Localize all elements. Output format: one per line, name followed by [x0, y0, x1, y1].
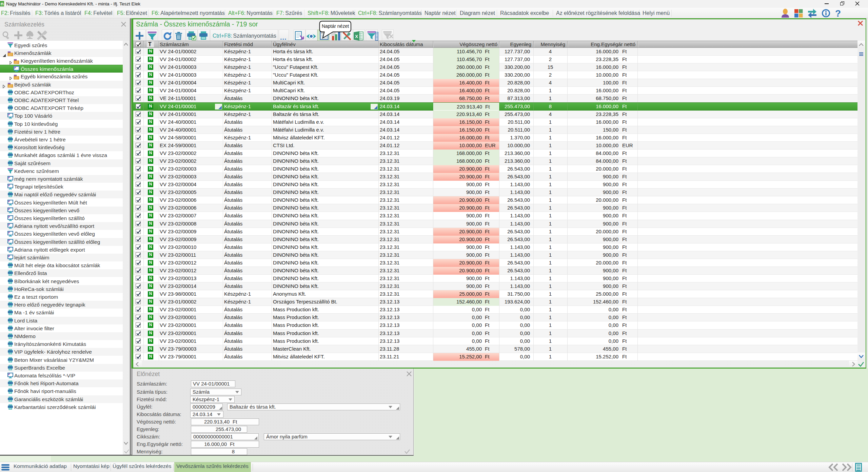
svg-text:X: X [355, 34, 358, 39]
